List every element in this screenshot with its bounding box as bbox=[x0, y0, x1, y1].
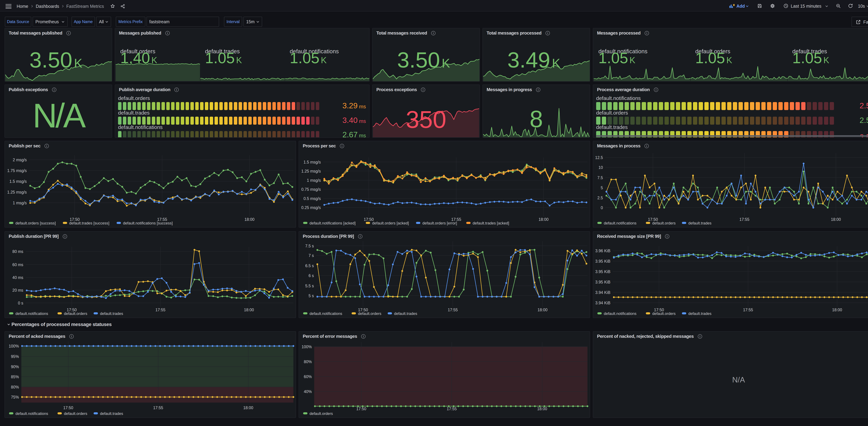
svg-text:2 msg/s: 2 msg/s bbox=[13, 158, 27, 162]
svg-text:40 ms: 40 ms bbox=[12, 275, 23, 280]
svg-text:0.5 msg/s: 0.5 msg/s bbox=[304, 196, 321, 201]
svg-text:1.75 msg/s: 1.75 msg/s bbox=[7, 169, 27, 173]
svg-text:17:50: 17:50 bbox=[356, 406, 366, 411]
svg-text:17:50: 17:50 bbox=[63, 405, 73, 410]
svg-text:1 msg/s: 1 msg/s bbox=[307, 178, 321, 183]
svg-text:80%: 80% bbox=[304, 360, 312, 364]
svg-text:3.96 KiB: 3.96 KiB bbox=[595, 249, 610, 253]
svg-text:60%: 60% bbox=[304, 374, 312, 379]
svg-text:3.40ms: 3.40ms bbox=[342, 116, 366, 125]
svg-text:6.5 s: 6.5 s bbox=[305, 264, 314, 268]
svg-text:0: 0 bbox=[601, 206, 603, 210]
svg-text:60 ms: 60 ms bbox=[12, 263, 23, 267]
svg-text:default.notifications: default.notifications bbox=[604, 311, 637, 316]
svg-text:12.5: 12.5 bbox=[595, 155, 603, 160]
svg-text:80 ms: 80 ms bbox=[12, 249, 23, 254]
svg-text:default.orders: default.orders bbox=[652, 221, 676, 225]
svg-text:7 s: 7 s bbox=[309, 253, 314, 258]
svg-text:2.54s: 2.54s bbox=[860, 116, 868, 125]
svg-text:default.trades [success]: default.trades [success] bbox=[69, 221, 110, 225]
svg-text:1 msg/s: 1 msg/s bbox=[13, 201, 27, 205]
svg-text:default.notifications [success: default.notifications [success] bbox=[123, 221, 173, 225]
svg-text:18:00: 18:00 bbox=[244, 308, 254, 312]
svg-text:0.25 msg/s: 0.25 msg/s bbox=[301, 205, 321, 210]
svg-text:2.58s: 2.58s bbox=[860, 101, 868, 110]
svg-text:18:00: 18:00 bbox=[537, 308, 548, 312]
svg-text:3.95 KiB: 3.95 KiB bbox=[595, 259, 610, 264]
svg-text:3.29ms: 3.29ms bbox=[342, 101, 366, 110]
svg-text:18:00: 18:00 bbox=[831, 217, 841, 222]
svg-text:5.5 s: 5.5 s bbox=[305, 284, 314, 288]
svg-text:3.94 KiB: 3.94 KiB bbox=[595, 290, 610, 295]
svg-text:2.5: 2.5 bbox=[597, 195, 603, 200]
svg-text:18:00: 18:00 bbox=[243, 405, 253, 410]
svg-text:17:55: 17:55 bbox=[153, 405, 163, 410]
svg-text:3.95 KiB: 3.95 KiB bbox=[595, 280, 610, 284]
svg-text:default.orders [error]: default.orders [error] bbox=[422, 221, 457, 225]
svg-text:85%: 85% bbox=[11, 375, 19, 379]
svg-text:1.5 msg/s: 1.5 msg/s bbox=[9, 179, 27, 184]
svg-text:default.trades [acked]: default.trades [acked] bbox=[473, 221, 509, 225]
svg-text:default.orders: default.orders bbox=[358, 311, 381, 316]
svg-text:7.5 s: 7.5 s bbox=[305, 244, 314, 248]
svg-text:default.notifications: default.notifications bbox=[310, 311, 342, 316]
svg-text:default.trades: default.trades bbox=[100, 311, 123, 316]
svg-text:17:55: 17:55 bbox=[155, 308, 165, 312]
svg-text:5 s: 5 s bbox=[309, 294, 314, 298]
svg-text:0.75 msg/s: 0.75 msg/s bbox=[301, 187, 321, 192]
svg-text:18:00: 18:00 bbox=[538, 217, 549, 222]
svg-text:1.25 msg/s: 1.25 msg/s bbox=[301, 169, 321, 174]
svg-text:default.orders: default.orders bbox=[596, 110, 628, 116]
svg-text:default.trades: default.trades bbox=[688, 221, 711, 225]
svg-text:7.5: 7.5 bbox=[597, 176, 603, 180]
svg-text:default.orders: default.orders bbox=[652, 311, 676, 316]
svg-text:default.trades: default.trades bbox=[596, 124, 628, 130]
svg-text:default.trades: default.trades bbox=[118, 110, 150, 116]
svg-text:1.5 msg/s: 1.5 msg/s bbox=[304, 160, 321, 164]
svg-text:default.notifications: default.notifications bbox=[16, 311, 48, 316]
svg-text:default.notifications: default.notifications bbox=[118, 124, 163, 130]
svg-text:18:00: 18:00 bbox=[537, 406, 547, 411]
svg-text:17:55: 17:55 bbox=[743, 308, 753, 312]
svg-text:2.67ms: 2.67ms bbox=[342, 130, 366, 137]
svg-text:default.trades: default.trades bbox=[688, 311, 711, 316]
svg-text:17:55: 17:55 bbox=[447, 406, 457, 411]
svg-text:default.notifications: default.notifications bbox=[604, 221, 637, 225]
svg-text:1.25 msg/s: 1.25 msg/s bbox=[7, 190, 27, 194]
svg-text:default.orders: default.orders bbox=[64, 412, 87, 416]
svg-text:default.orders: default.orders bbox=[310, 412, 333, 416]
svg-text:17:55: 17:55 bbox=[448, 308, 458, 312]
svg-text:100%: 100% bbox=[302, 344, 312, 349]
svg-text:default.orders: default.orders bbox=[64, 311, 87, 316]
svg-text:3.95 KiB: 3.95 KiB bbox=[595, 269, 610, 274]
svg-text:default.notifications [acked]: default.notifications [acked] bbox=[310, 221, 355, 225]
svg-text:0 s: 0 s bbox=[18, 301, 23, 305]
svg-text:90%: 90% bbox=[11, 365, 19, 369]
svg-text:6 s: 6 s bbox=[309, 273, 314, 278]
svg-text:100%: 100% bbox=[9, 344, 19, 348]
svg-text:default.orders [success]: default.orders [success] bbox=[16, 221, 56, 225]
svg-text:default.orders: default.orders bbox=[118, 95, 150, 101]
svg-text:default.notifications: default.notifications bbox=[596, 95, 641, 101]
svg-text:18:00: 18:00 bbox=[244, 217, 254, 222]
svg-text:default.trades: default.trades bbox=[394, 311, 417, 316]
svg-text:5: 5 bbox=[601, 186, 603, 190]
svg-text:default.orders [acked]: default.orders [acked] bbox=[372, 221, 409, 225]
svg-text:default.notifications: default.notifications bbox=[16, 412, 48, 416]
svg-text:10: 10 bbox=[598, 165, 603, 170]
svg-text:40%: 40% bbox=[304, 389, 312, 394]
svg-text:18:00: 18:00 bbox=[832, 308, 842, 312]
svg-text:95%: 95% bbox=[11, 354, 19, 359]
svg-text:17:55: 17:55 bbox=[739, 217, 749, 222]
svg-text:3.94 KiB: 3.94 KiB bbox=[595, 301, 610, 305]
svg-text:20 ms: 20 ms bbox=[12, 288, 23, 293]
svg-text:default.trades: default.trades bbox=[100, 412, 123, 416]
svg-text:75%: 75% bbox=[11, 395, 19, 399]
svg-text:80%: 80% bbox=[11, 385, 19, 389]
